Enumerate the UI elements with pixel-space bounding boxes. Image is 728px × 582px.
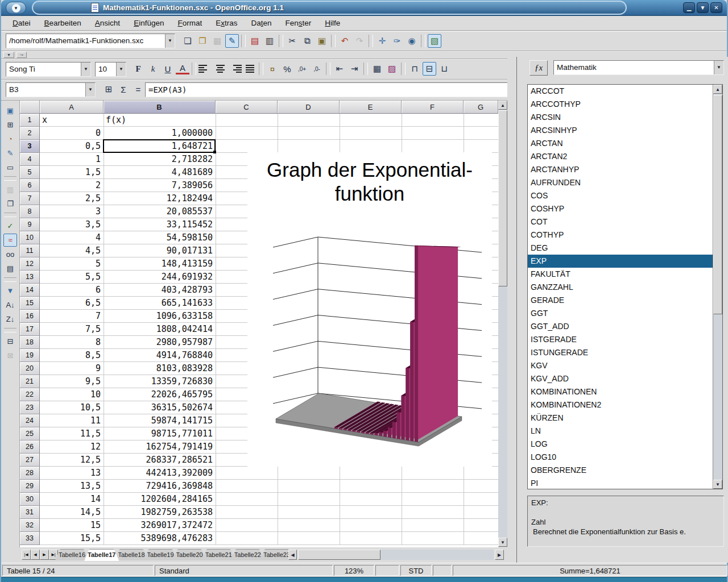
cell-reference-field[interactable]: B3: [6, 83, 85, 97]
row-header-20[interactable]: 20: [20, 362, 40, 375]
background-color-icon[interactable]: ▨: [385, 62, 399, 76]
function-list-item-kgv[interactable]: KGV: [528, 359, 713, 372]
cell-a29[interactable]: 13,5: [40, 480, 104, 492]
cell-b30[interactable]: 1202604,284165: [104, 493, 216, 505]
delete-decimal-place-icon[interactable]: ,0-: [310, 62, 324, 76]
column-header-d[interactable]: D: [278, 101, 340, 114]
cell-b5[interactable]: 4,481689: [104, 166, 216, 178]
form-controls-icon[interactable]: ▭: [3, 161, 17, 174]
cell-a23[interactable]: 10,5: [40, 401, 104, 414]
row-header-29[interactable]: 29: [20, 480, 40, 493]
add-decimal-place-icon[interactable]: ,0+: [295, 62, 309, 76]
cell-b13[interactable]: 244,691932: [104, 271, 216, 283]
function-wizard-icon[interactable]: ⊞: [102, 82, 115, 96]
cell-b32[interactable]: 3269017,372472: [104, 519, 216, 531]
function-list-item-kombinationen2[interactable]: KOMBINATIONEN2: [528, 398, 713, 411]
cell-a28[interactable]: 13: [40, 467, 104, 479]
cell-b14[interactable]: 403,428793: [104, 284, 216, 296]
font-name-combo[interactable]: Song Ti ▼: [6, 62, 91, 77]
function-list-item-cos[interactable]: COS: [528, 189, 713, 202]
insert-object-icon[interactable]: ◔: [3, 132, 17, 146]
function-list-item-arccothyp[interactable]: ARCCOTHYP: [528, 98, 713, 111]
row-header-27[interactable]: 27: [20, 454, 40, 467]
chevron-down-icon[interactable]: ▼: [81, 63, 90, 76]
tab-scroll-left-icon[interactable]: ◀: [288, 550, 297, 560]
font-color-icon[interactable]: A: [176, 63, 189, 74]
cut-icon[interactable]: ✂: [286, 34, 299, 48]
cell-b4[interactable]: 2,718282: [104, 153, 216, 165]
sheet-tab-tabelle21[interactable]: Tabelle21: [202, 549, 235, 560]
function-list-item-arccot[interactable]: ARCCOT: [528, 85, 713, 98]
cell-b26[interactable]: 162754,791419: [104, 440, 216, 453]
cell-b27[interactable]: 268337,286521: [104, 454, 216, 466]
number-format-percent-icon[interactable]: %: [280, 62, 294, 76]
row-header-9[interactable]: 9: [20, 218, 40, 231]
paste-icon[interactable]: ▣: [315, 34, 329, 48]
column-header-f[interactable]: F: [402, 101, 464, 114]
list-scroll-thumb[interactable]: [713, 95, 722, 314]
column-header-e[interactable]: E: [340, 101, 402, 114]
navigator-window-icon[interactable]: ❐: [3, 197, 17, 210]
function-list-item-exp[interactable]: EXP: [528, 255, 713, 268]
row-header-7[interactable]: 7: [20, 192, 40, 205]
cell-b18[interactable]: 2980,957987: [104, 336, 216, 348]
font-size-combo[interactable]: 10 ▼: [95, 62, 126, 77]
row-header-33[interactable]: 33: [20, 532, 40, 545]
align-right-icon[interactable]: [228, 62, 242, 76]
maximize-button[interactable]: ▼: [697, 2, 709, 13]
url-field[interactable]: /home/rolf/Mathematik1-Funktionen.sxc: [6, 34, 165, 48]
function-list-item-kgvadd[interactable]: KGV_ADD: [528, 372, 713, 385]
function-list-item-arctan2[interactable]: ARCTAN2: [528, 150, 713, 163]
row-header-24[interactable]: 24: [20, 414, 40, 427]
function-list-item-pi[interactable]: PI: [528, 477, 713, 489]
function-list-item-kombinationen[interactable]: KOMBINATIONEN: [528, 385, 713, 398]
cell-a26[interactable]: 12: [40, 440, 104, 453]
increase-indent-icon[interactable]: ⇥: [348, 62, 361, 76]
align-center-vertical-icon[interactable]: ⊟: [423, 62, 436, 76]
sort-descending-icon[interactable]: Z↓: [3, 313, 17, 326]
cell-a24[interactable]: 11: [40, 414, 104, 427]
row-header-15[interactable]: 15: [20, 297, 40, 310]
row-header-17[interactable]: 17: [20, 323, 40, 336]
cell-b29[interactable]: 729416,369848: [104, 480, 216, 492]
function-list-item-ganzzahl[interactable]: GANZZAHL: [528, 281, 713, 294]
prev-sheet-icon[interactable]: ◀: [31, 550, 40, 560]
function-list-item-ln[interactable]: LN: [528, 425, 713, 438]
window-menu-button[interactable]: ▼: [6, 2, 26, 14]
row-header-28[interactable]: 28: [20, 467, 40, 480]
undo-icon[interactable]: ↶: [338, 34, 351, 48]
row-header-21[interactable]: 21: [20, 375, 40, 388]
vscroll-thumb[interactable]: [498, 110, 507, 286]
cell-b1[interactable]: f(x): [104, 114, 216, 126]
row-header-11[interactable]: 11: [20, 244, 40, 257]
function-list-item-krzen[interactable]: KÜRZEN: [528, 411, 713, 425]
cell-a14[interactable]: 6: [40, 284, 104, 296]
row-header-4[interactable]: 4: [20, 153, 40, 166]
column-header-a[interactable]: A: [40, 101, 104, 114]
print-file-icon[interactable]: ▥: [263, 34, 276, 48]
select-all-corner[interactable]: [20, 101, 40, 114]
cell-b15[interactable]: 665,141633: [104, 297, 216, 309]
cell-a6[interactable]: 2: [40, 179, 104, 192]
function-list-item-ggtadd[interactable]: GGT_ADD: [528, 320, 713, 333]
cell-a4[interactable]: 1: [40, 153, 104, 165]
copy-icon[interactable]: ⧉: [300, 34, 314, 48]
cell-b28[interactable]: 442413,392009: [104, 467, 216, 479]
find-replace-icon[interactable]: oo: [3, 248, 17, 261]
menu-fenster[interactable]: Fenster: [279, 17, 318, 29]
cell-a13[interactable]: 5,5: [40, 271, 104, 283]
row-header-14[interactable]: 14: [20, 284, 40, 297]
cell-a3[interactable]: 0,5: [40, 140, 104, 152]
cell-b21[interactable]: 13359,726830: [104, 375, 216, 388]
row-header-25[interactable]: 25: [20, 427, 40, 440]
cell-a7[interactable]: 2,5: [40, 192, 104, 205]
cell-a17[interactable]: 7,5: [40, 323, 104, 335]
menu-hilfe[interactable]: Hilfe: [318, 17, 347, 29]
sheet-tab-tabelle19[interactable]: Tabelle19: [144, 549, 177, 560]
row-header-5[interactable]: 5: [20, 166, 40, 179]
scroll-down-icon[interactable]: ▼: [498, 538, 507, 547]
insert-draw-icon[interactable]: ✑: [390, 34, 404, 48]
column-header-g[interactable]: G: [464, 101, 498, 114]
function-list-item-arctanhyp[interactable]: ARCTANHYP: [528, 163, 713, 176]
status-page-style[interactable]: Standard: [155, 565, 333, 576]
